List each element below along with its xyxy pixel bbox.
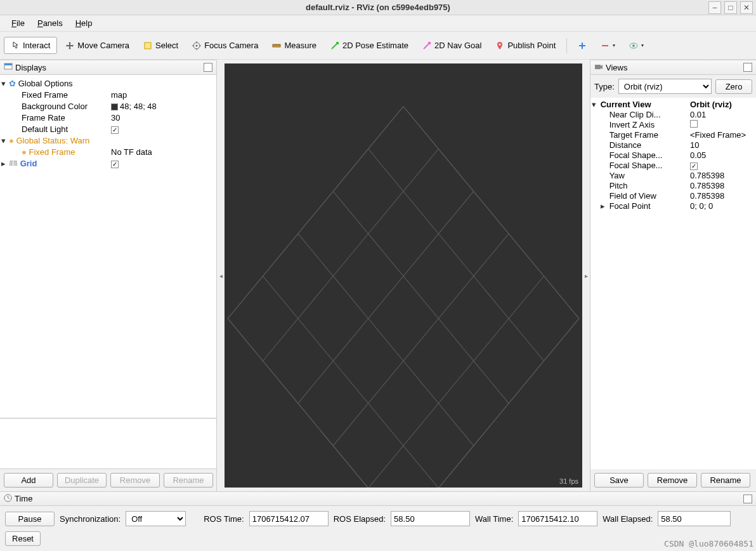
global-status-label[interactable]: Global Status: Warn: [16, 136, 89, 145]
svg-rect-9: [595, 65, 601, 69]
ros-elapsed-value[interactable]: [391, 511, 470, 526]
measure-icon: [272, 41, 281, 50]
bg-color-value[interactable]: 48; 48; 48: [111, 102, 157, 111]
select-button[interactable]: Select: [138, 37, 184, 54]
svg-rect-0: [145, 43, 151, 49]
wall-time-label: Wall Time:: [475, 514, 513, 524]
menu-panels[interactable]: Panels: [31, 17, 69, 30]
nav-goal-button[interactable]: 2D Nav Goal: [417, 37, 487, 54]
view-prop-label[interactable]: Yaw: [609, 171, 625, 180]
visibility-tool-button[interactable]: ▾: [623, 37, 649, 54]
tree-arrow[interactable]: ▸: [1, 159, 8, 168]
view-prop-label[interactable]: Near Clip Di...: [609, 110, 661, 119]
view-type-select[interactable]: Orbit (rviz): [618, 79, 712, 94]
wall-time-value[interactable]: [518, 511, 597, 526]
time-float-button[interactable]: [743, 495, 752, 503]
nav-goal-icon: [422, 41, 431, 50]
views-float-button[interactable]: [743, 63, 752, 72]
pause-button[interactable]: Pause: [5, 512, 55, 526]
displays-float-button[interactable]: [204, 63, 212, 72]
fps-label: 31 fps: [559, 477, 578, 485]
view-prop-label[interactable]: Distance: [609, 140, 642, 150]
default-light-check[interactable]: ✓: [111, 124, 119, 134]
move-camera-label: Move Camera: [77, 41, 129, 50]
view-prop-label[interactable]: Invert Z Axis: [609, 120, 655, 129]
ros-time-value[interactable]: [249, 511, 329, 526]
frame-rate-value[interactable]: 30: [111, 113, 120, 123]
reset-button[interactable]: Reset: [5, 531, 41, 546]
publish-point-icon: [495, 41, 504, 50]
tree-arrow[interactable]: ▸: [601, 201, 607, 211]
tree-arrow[interactable]: ▾: [1, 79, 8, 88]
save-view-button[interactable]: Save: [594, 473, 644, 488]
remove-tool-button[interactable]: ▾: [595, 37, 621, 54]
window-buttons: – □ ✕: [708, 1, 753, 14]
tree-arrow[interactable]: ▾: [592, 100, 598, 109]
grid-label[interactable]: Grid: [20, 159, 37, 168]
view-prop-value: <Fixed Frame>: [690, 130, 746, 140]
clock-icon: [4, 494, 12, 504]
interact-label: Interact: [23, 41, 50, 50]
pose-estimate-icon: [330, 41, 339, 50]
publish-point-button[interactable]: Publish Point: [490, 37, 561, 54]
view-prop-label[interactable]: Focal Shape...: [609, 161, 663, 170]
interact-button[interactable]: Interact: [4, 37, 57, 54]
time-header[interactable]: Time: [0, 492, 756, 506]
fixed-frame-warn-label[interactable]: Fixed Frame: [29, 147, 75, 157]
pose-estimate-button[interactable]: 2D Pose Estimate: [325, 37, 414, 54]
displays-description: [0, 418, 216, 469]
default-light-label[interactable]: Default Light: [22, 124, 68, 134]
global-options-label[interactable]: Global Options: [18, 79, 73, 88]
menu-help[interactable]: Help: [69, 17, 99, 30]
maximize-button[interactable]: □: [724, 1, 737, 14]
displays-icon: [4, 62, 13, 73]
zero-button[interactable]: Zero: [715, 79, 752, 94]
checkbox[interactable]: [690, 120, 698, 128]
move-camera-button[interactable]: Move Camera: [60, 37, 135, 54]
add-button[interactable]: Add: [4, 473, 53, 488]
sync-label: Synchronization:: [60, 514, 121, 524]
displays-tree[interactable]: ▾✿ Global Options Fixed Framemap Backgro…: [0, 75, 216, 417]
ros-time-label: ROS Time:: [204, 514, 244, 524]
current-view-value: Orbit (rviz): [690, 100, 732, 109]
rename-view-button[interactable]: Rename: [701, 473, 750, 488]
tree-arrow[interactable]: ▾: [1, 136, 8, 145]
checkbox[interactable]: ✓: [690, 163, 698, 170]
view-prop-value: 0.01: [690, 110, 706, 119]
frame-rate-label[interactable]: Frame Rate: [22, 113, 65, 123]
view-prop-label[interactable]: Field of View: [609, 191, 656, 201]
view-prop-value: 10: [690, 140, 699, 150]
view-prop-value: 0.785398: [690, 171, 724, 180]
view-prop-value: 0; 0; 0: [690, 201, 713, 211]
bg-color-label[interactable]: Background Color: [22, 102, 88, 111]
displays-title: Displays: [15, 63, 46, 72]
remove-view-button[interactable]: Remove: [648, 473, 697, 488]
svg-rect-8: [4, 63, 12, 65]
remove-button: Remove: [110, 473, 160, 488]
current-view-label[interactable]: Current View: [601, 100, 651, 109]
left-splitter[interactable]: ◂: [217, 60, 225, 491]
menu-file[interactable]: File: [5, 17, 31, 30]
measure-button[interactable]: Measure: [266, 37, 322, 54]
close-button[interactable]: ✕: [740, 1, 753, 14]
fixed-frame-value[interactable]: map: [111, 90, 127, 100]
time-panel: Time Pause Synchronization: Off ROS Time…: [0, 491, 756, 551]
add-tool-button[interactable]: [572, 37, 592, 54]
fixed-frame-warn-value: No TF data: [111, 147, 152, 157]
view-prop-label[interactable]: Focal Point: [609, 201, 651, 211]
view-prop-label[interactable]: Target Frame: [609, 130, 658, 140]
wall-elapsed-value[interactable]: [658, 511, 731, 526]
views-header[interactable]: Views: [590, 60, 756, 75]
right-splitter[interactable]: ▸: [582, 60, 590, 491]
fixed-frame-label[interactable]: Fixed Frame: [22, 90, 68, 100]
3d-viewport[interactable]: 31 fps: [225, 63, 582, 488]
grid-check[interactable]: ✓: [111, 159, 119, 168]
displays-buttons: Add Duplicate Remove Rename: [0, 469, 216, 491]
views-tree[interactable]: ▾ Current ViewOrbit (rviz) Near Clip Di.…: [590, 98, 756, 469]
minimize-button[interactable]: –: [708, 1, 721, 14]
displays-header[interactable]: Displays: [0, 60, 216, 75]
sync-select[interactable]: Off: [126, 511, 186, 526]
view-prop-label[interactable]: Pitch: [609, 181, 628, 190]
view-prop-label[interactable]: Focal Shape...: [609, 150, 663, 160]
focus-camera-button[interactable]: Focus Camera: [186, 37, 264, 54]
